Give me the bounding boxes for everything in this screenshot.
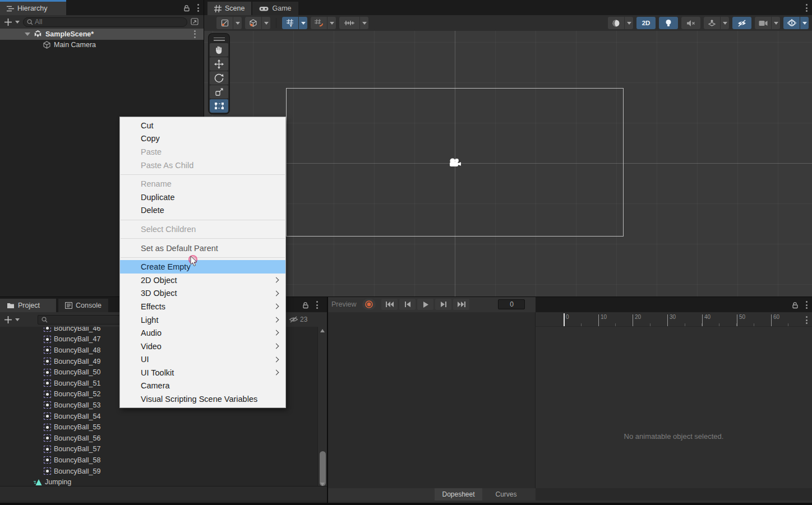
menu-item-effects[interactable]: Effects: [120, 300, 285, 313]
preview-button[interactable]: Preview: [331, 300, 356, 308]
scrollbar-thumb[interactable]: [320, 451, 326, 486]
tab-game[interactable]: Game: [252, 2, 298, 15]
menu-item-light[interactable]: Light: [120, 313, 285, 327]
gizmos-dropdown[interactable]: [800, 17, 809, 29]
next-frame-button[interactable]: [435, 299, 451, 310]
list-item[interactable]: BouncyBall_54: [0, 411, 317, 422]
scene-lighting-button[interactable]: [659, 17, 678, 29]
menu-item-copy[interactable]: Copy: [120, 132, 285, 146]
menu-item-visual-scripting-scene-variables[interactable]: Visual Scripting Scene Variables: [120, 392, 285, 406]
tool-settings-button[interactable]: [216, 17, 233, 29]
scale-tool-button[interactable]: [210, 85, 228, 99]
snap-increment-dropdown[interactable]: [360, 17, 368, 29]
draw-mode-dropdown[interactable]: [625, 17, 633, 29]
tab-hierarchy[interactable]: Hierarchy: [0, 2, 66, 15]
rect-tool-button[interactable]: [210, 99, 228, 113]
ruler-menu-icon[interactable]: [805, 315, 809, 325]
lock-icon[interactable]: [302, 302, 310, 309]
effects-dropdown[interactable]: [721, 17, 729, 29]
lock-icon[interactable]: [183, 4, 191, 12]
snap-increment-button[interactable]: [339, 17, 359, 29]
hierarchy-search-input[interactable]: All: [23, 17, 187, 27]
tab-project[interactable]: Project: [0, 299, 56, 312]
project-menu-icon[interactable]: [315, 300, 319, 310]
search-picker-icon[interactable]: [191, 18, 199, 26]
frame-field[interactable]: 0: [498, 299, 525, 309]
item-label: BouncyBall_52: [54, 390, 100, 398]
menu-item-set-as-default-parent[interactable]: Set as Default Parent: [120, 242, 285, 255]
dopesheet-button[interactable]: Dopesheet: [435, 488, 482, 501]
hidden-packages-toggle[interactable]: 23: [289, 316, 307, 323]
hierarchy-row-samplescene[interactable]: SampleScene*: [0, 29, 204, 40]
project-scrollbar[interactable]: [317, 327, 327, 488]
scene-viewport[interactable]: [204, 31, 812, 296]
go-to-beginning-button[interactable]: [381, 299, 398, 310]
menu-item-duplicate[interactable]: Duplicate: [120, 191, 285, 204]
console-icon: [65, 302, 72, 309]
scene-camera-button[interactable]: [755, 17, 771, 29]
scene-menu-icon[interactable]: [805, 3, 809, 13]
rotate-tool-button[interactable]: [210, 71, 228, 85]
scroll-up-icon[interactable]: [320, 329, 325, 332]
menu-item-audio[interactable]: Audio: [120, 326, 285, 340]
animation-menu-icon[interactable]: [805, 300, 809, 310]
handle-orientation-dropdown[interactable]: [262, 17, 270, 29]
menu-item-label: Duplicate: [141, 193, 174, 202]
menu-item-ui[interactable]: UI: [120, 353, 285, 367]
curves-button[interactable]: Curves: [482, 488, 530, 501]
move-tool-button[interactable]: [210, 57, 228, 71]
previous-frame-button[interactable]: [399, 299, 416, 310]
tab-label: Game: [272, 4, 291, 12]
gizmos-button[interactable]: [783, 17, 800, 29]
hierarchy-row-main-camera[interactable]: Main Camera: [0, 40, 204, 51]
scene-audio-button[interactable]: [681, 17, 700, 29]
tab-scene[interactable]: Scene: [207, 2, 251, 15]
draw-mode-button[interactable]: [608, 17, 624, 29]
effects-button[interactable]: [704, 17, 720, 29]
menu-item-2d-object[interactable]: 2D Object: [120, 274, 285, 287]
dopesheet-area[interactable]: No animatable object selected.: [536, 327, 812, 488]
grid-snapping-dropdown[interactable]: [327, 17, 336, 29]
record-button[interactable]: [362, 299, 376, 310]
scene-visibility-button[interactable]: [732, 17, 751, 29]
list-item[interactable]: BouncyBall_58: [0, 455, 317, 466]
menu-item-ui-toolkit[interactable]: UI Toolkit: [120, 366, 285, 379]
menu-item-camera[interactable]: Camera: [120, 379, 285, 393]
play-button[interactable]: [417, 299, 433, 310]
menu-item-cut[interactable]: Cut: [120, 119, 285, 132]
tab-console[interactable]: Console: [58, 299, 108, 312]
focus-indicator: [0, 0, 66, 2]
list-item[interactable]: BouncyBall_59: [0, 466, 317, 477]
list-item[interactable]: BouncyBall_57: [0, 444, 317, 455]
scene-camera-dropdown[interactable]: [772, 17, 780, 29]
playhead[interactable]: [564, 313, 565, 326]
hierarchy-menu-icon[interactable]: [196, 3, 200, 13]
expand-arrow-icon[interactable]: [25, 33, 30, 36]
go-to-end-button[interactable]: [453, 299, 469, 310]
menu-item-video[interactable]: Video: [120, 340, 285, 353]
hand-tool-button[interactable]: [210, 43, 228, 57]
scene-row-menu-icon[interactable]: [193, 29, 197, 39]
menu-item-3d-object[interactable]: 3D Object: [120, 287, 285, 300]
add-icon[interactable]: [4, 316, 12, 323]
camera-gizmo-icon[interactable]: [449, 158, 462, 168]
search-icon: [27, 19, 33, 25]
unity-editor: Hierarchy All: [0, 0, 812, 505]
grid-visibility-button[interactable]: Y: [282, 17, 298, 29]
list-item[interactable]: BouncyBall_56: [0, 433, 317, 444]
lock-icon[interactable]: [792, 302, 799, 309]
toggle-2d-button[interactable]: 2D: [636, 17, 656, 29]
timeline-ruler[interactable]: 0 10 20 30 40 50 60: [536, 312, 812, 327]
menu-item-delete[interactable]: Delete: [120, 204, 285, 217]
grid-visibility-dropdown[interactable]: [299, 17, 307, 29]
menu-item-create-empty[interactable]: Create Empty: [120, 260, 285, 274]
add-icon[interactable]: [4, 18, 12, 26]
toolstrip-drag-handle[interactable]: [210, 35, 228, 43]
handle-orientation-button[interactable]: [245, 17, 261, 29]
list-item[interactable]: BouncyBall_55: [0, 421, 317, 433]
grid-snapping-button[interactable]: [311, 17, 327, 29]
frame-value: 0: [510, 300, 514, 308]
add-dropdown-icon[interactable]: [15, 318, 20, 321]
tool-settings-dropdown[interactable]: [233, 17, 242, 29]
add-dropdown-icon[interactable]: [15, 21, 20, 24]
